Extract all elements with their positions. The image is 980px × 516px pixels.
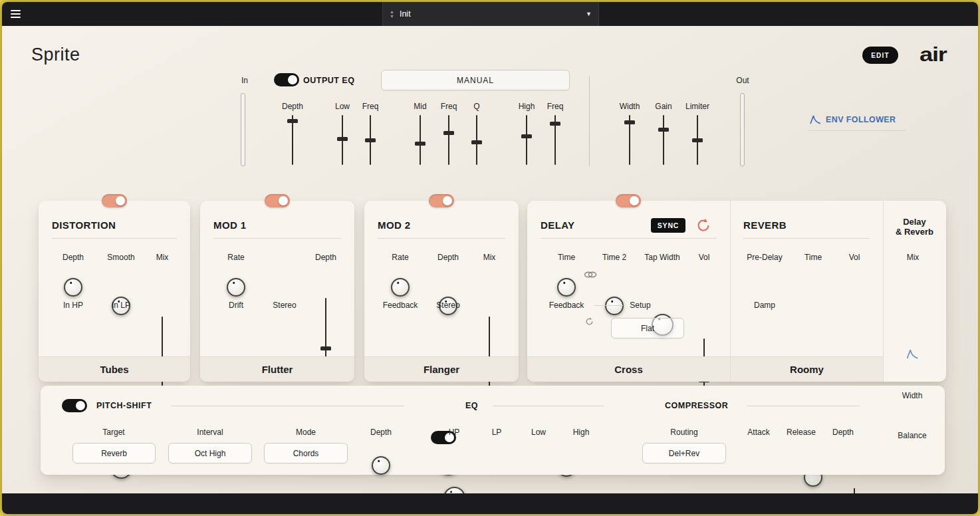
delay-setup-button[interactable]: Flat	[611, 318, 684, 338]
mod1-preset[interactable]: Flutter	[200, 356, 354, 382]
eq-high-slider[interactable]	[521, 115, 532, 165]
time2-label: Time 2	[594, 253, 634, 262]
pitch-shift-title: PITCH-SHIFT	[96, 401, 152, 410]
depth-label: Depth	[823, 428, 863, 437]
eq-q-slider[interactable]	[471, 115, 482, 165]
depth-label: Depth	[428, 253, 468, 262]
time-link-icon[interactable]	[584, 271, 597, 278]
mod2-preset[interactable]: Flanger	[364, 356, 519, 382]
slider-handle[interactable]	[337, 137, 348, 141]
distortion-preset[interactable]: Tubes	[39, 356, 190, 382]
output-level-meter	[740, 93, 745, 166]
rate-knob[interactable]	[227, 278, 245, 297]
time-knob[interactable]	[557, 278, 576, 297]
feedback-label: Feedback	[543, 301, 590, 310]
interval-select[interactable]: Oct High	[168, 443, 252, 463]
distortion-module: DISTORTION Depth Smooth Mix In HP In LP …	[39, 201, 190, 382]
width-slider[interactable]	[624, 115, 635, 165]
divider	[378, 238, 505, 239]
eq-high-freq-slider[interactable]	[550, 115, 560, 165]
slider-handle[interactable]	[287, 119, 298, 123]
mod1-toggle[interactable]	[265, 194, 290, 207]
rate-label: Rate	[216, 253, 256, 262]
eq-low-freq-slider[interactable]	[365, 115, 376, 165]
slider-label: Depth	[273, 102, 312, 111]
retrigger-loop-icon[interactable]	[695, 217, 712, 234]
damp-label: Damp	[745, 301, 785, 310]
reverb-preset[interactable]: Roomy	[731, 356, 883, 382]
sync-badge[interactable]: SYNC	[651, 218, 685, 233]
main-panel: Sprite EDIT air In OUTPUT EQ MANUAL Out …	[2, 26, 978, 493]
eq-mid-slider[interactable]	[415, 115, 426, 165]
eq-title: EQ	[465, 401, 478, 410]
reverb-title: REVERB	[743, 219, 787, 231]
output-eq-toggle[interactable]	[274, 73, 299, 86]
hp-label: HP	[434, 428, 474, 437]
tap-width-label: Tap Width	[639, 253, 685, 262]
slider-handle[interactable]	[521, 134, 532, 138]
distortion-title: DISTORTION	[52, 219, 116, 231]
mod1-module: MOD 1 Rate Depth Drift Stereo Flutter	[200, 201, 354, 382]
drift-label: Drift	[216, 301, 256, 310]
gain-slider[interactable]	[658, 115, 669, 165]
eq-depth-slider[interactable]	[287, 115, 298, 165]
eq-mode-button[interactable]: MANUAL	[381, 70, 570, 90]
plugin-window: ▲▼ Init ▼ Sprite EDIT air In OUTPUT EQ M…	[2, 2, 978, 514]
mod2-module: MOD 2 Rate Depth Mix Feedback Stereo Fla…	[364, 201, 519, 382]
preset-selector[interactable]: ▲▼ Init ▼	[382, 2, 599, 26]
titlebar: ▲▼ Init ▼	[2, 2, 978, 26]
slider-handle[interactable]	[692, 138, 703, 142]
time-label: Time	[547, 253, 586, 262]
divider	[541, 238, 717, 239]
feedback-mode-icon[interactable]	[584, 317, 594, 326]
slider-handle[interactable]	[320, 346, 331, 350]
delay-toggle[interactable]	[616, 194, 641, 207]
mod2-toggle[interactable]	[429, 194, 454, 207]
divider	[171, 406, 404, 406]
high-label: High	[561, 428, 601, 437]
slider-handle[interactable]	[443, 131, 454, 135]
depth-knob[interactable]	[64, 278, 82, 297]
target-select[interactable]: Reverb	[72, 443, 156, 463]
preset-dropdown-caret-icon[interactable]: ▼	[586, 11, 592, 17]
edit-button[interactable]: EDIT	[862, 47, 898, 64]
routing-select[interactable]: Del+Rev	[642, 443, 726, 463]
slider-handle[interactable]	[624, 120, 635, 124]
eq-low-slider[interactable]	[337, 115, 348, 165]
limiter-slider[interactable]	[692, 115, 703, 165]
stereo-label: Stereo	[428, 301, 468, 310]
pitch-depth-knob[interactable]	[372, 456, 390, 475]
page-title: Sprite	[31, 45, 80, 65]
slider-handle[interactable]	[471, 140, 482, 144]
menu-icon[interactable]	[11, 8, 21, 20]
mix-label: Mix	[142, 253, 182, 262]
env-follower-button[interactable]: ENV FOLLOWER	[810, 114, 896, 124]
preset-spinner-icon[interactable]: ▲▼	[390, 9, 394, 19]
mix-label: Mix	[893, 253, 933, 262]
stereo-label: Stereo	[265, 301, 305, 310]
target-label: Target	[90, 428, 137, 437]
pitch-shift-toggle[interactable]	[62, 399, 87, 412]
divider	[808, 130, 906, 131]
delay-preset[interactable]: Cross	[527, 356, 730, 382]
rate-label: Rate	[380, 253, 420, 262]
slider-label: Limiter	[677, 102, 717, 111]
output-eq-title: OUTPUT EQ	[303, 76, 354, 85]
attack-label: Attack	[739, 428, 779, 437]
depth-label: Depth	[361, 428, 401, 437]
preset-name: Init	[400, 9, 586, 19]
slider-handle[interactable]	[415, 142, 426, 146]
slider-handle[interactable]	[658, 128, 669, 132]
mode-select[interactable]: Chords	[264, 443, 348, 463]
in-label: In	[233, 76, 257, 85]
width-label: Width	[892, 391, 932, 400]
divider	[493, 406, 604, 406]
slider-handle[interactable]	[365, 138, 376, 142]
wet-env-icon[interactable]	[906, 348, 919, 359]
in-hp-label: In HP	[53, 301, 93, 310]
slider-handle[interactable]	[550, 122, 560, 126]
distortion-toggle[interactable]	[102, 194, 127, 207]
rate-knob[interactable]	[391, 278, 410, 297]
eq-mid-freq-slider[interactable]	[443, 115, 454, 165]
lp-label: LP	[477, 428, 517, 437]
